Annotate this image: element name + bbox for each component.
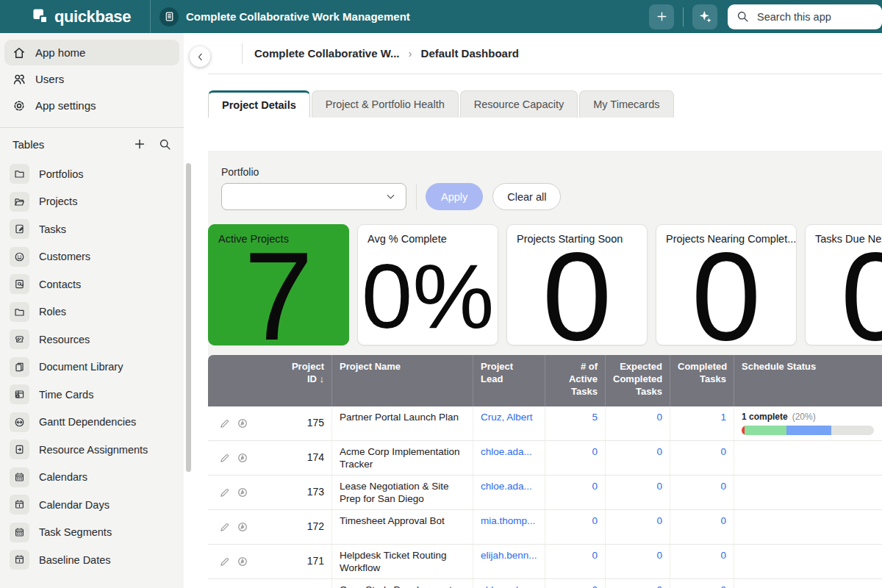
eye-icon[interactable] — [237, 521, 248, 533]
column-header-project-id[interactable]: Project ID ↓ — [208, 355, 331, 406]
breadcrumb-app[interactable]: Complete Collaborative W... — [254, 47, 400, 60]
sidebar-table-baseline-dates[interactable]: Baseline Dates — [4, 546, 179, 574]
project-lead-link[interactable]: mia.thomp... — [473, 510, 545, 544]
completed-tasks-count[interactable]: 0 — [670, 441, 734, 475]
column-header-schedule-status[interactable]: Schedule Status — [734, 355, 882, 406]
sidebar-table-task-segments[interactable]: Task Segments — [4, 519, 179, 547]
sidebar-table-label: Customers — [39, 251, 90, 262]
column-header-of-active-tasks[interactable]: # of Active Tasks — [545, 355, 605, 406]
top-bar: quickbase Complete Collaborative Work Ma… — [0, 0, 882, 33]
project-lead-link[interactable]: chloe.ada... — [473, 441, 545, 475]
eye-icon[interactable] — [237, 452, 248, 464]
apply-button[interactable]: Apply — [426, 183, 483, 210]
active-tasks-count[interactable]: 0 — [545, 545, 605, 578]
kpi-card-active-projects[interactable]: Active Projects7 — [208, 224, 349, 345]
sidebar: App homeUsersApp settings Tables Portfol… — [0, 33, 184, 588]
active-tasks-count[interactable]: 0 — [545, 476, 605, 509]
expected-completed-count[interactable]: 0 — [605, 579, 670, 588]
sidebar-table-projects[interactable]: Projects — [4, 188, 179, 216]
current-app[interactable]: Complete Collaborative Work Management — [159, 7, 410, 26]
kpi-value: 7 — [209, 240, 348, 345]
sidebar-collapse-button[interactable] — [190, 46, 210, 67]
sidebar-item-app-home[interactable]: App home — [4, 40, 179, 65]
add-button[interactable] — [649, 4, 674, 29]
kpi-card-projects-starting-soon[interactable]: Projects Starting Soon0 — [506, 224, 648, 345]
eye-icon[interactable] — [237, 487, 248, 498]
expected-completed-count[interactable]: 0 — [605, 545, 670, 578]
search-input[interactable] — [756, 10, 866, 24]
sidebar-table-roles[interactable]: Roles — [4, 298, 179, 326]
completed-tasks-count[interactable]: 1 — [670, 406, 734, 440]
sidebar-table-calendar-days[interactable]: Calendar Days — [4, 491, 179, 519]
project-lead-link[interactable]: Cruz, Albert — [473, 406, 545, 440]
sidebar-table-contacts[interactable]: Contacts — [4, 270, 179, 298]
search-icon — [736, 10, 749, 23]
sidebar-table-tasks[interactable]: Tasks — [4, 215, 179, 243]
breadcrumb-page[interactable]: Default Dashboard — [421, 47, 519, 60]
tab-resource-capacity[interactable]: Resource Capacity — [460, 90, 578, 118]
completed-tasks-count[interactable]: 0 — [670, 510, 734, 544]
column-header-completed-tasks[interactable]: Completed Tasks — [670, 355, 734, 406]
waffle-menu-icon[interactable] — [0, 0, 29, 33]
sidebar-table-customers[interactable]: Customers — [4, 243, 179, 271]
project-id: 174 — [307, 451, 324, 465]
sidebar-item-app-settings[interactable]: App settings — [4, 93, 179, 118]
sidebar-item-users[interactable]: Users — [4, 66, 179, 92]
app-search[interactable] — [728, 4, 882, 29]
sidebar-table-portfolios[interactable]: Portfolios — [4, 160, 179, 188]
project-lead-link[interactable]: elijah.benn... — [473, 545, 545, 578]
ai-sparkle-button[interactable] — [692, 4, 717, 29]
expected-completed-count[interactable]: 0 — [605, 510, 670, 544]
expected-completed-count[interactable]: 0 — [605, 441, 670, 475]
clear-all-button[interactable]: Clear all — [492, 183, 561, 210]
table-body: 175Partner Portal Launch PlanCruz, Alber… — [208, 406, 882, 588]
active-tasks-count[interactable]: 0 — [545, 510, 605, 544]
active-tasks-count[interactable]: 0 — [545, 441, 605, 475]
scrollbar-thumb[interactable] — [186, 163, 191, 472]
column-header-project-name[interactable]: Project Name — [331, 355, 473, 406]
kpi-value: 0 — [806, 240, 882, 345]
sidebar-table-resource-assignments[interactable]: Resource Assignments — [4, 436, 179, 464]
project-lead-link[interactable]: chloe.ada... — [473, 579, 545, 588]
edit-pencil-icon[interactable] — [219, 418, 230, 429]
table-header-row: Project ID ↓Project NameProject Lead# of… — [208, 355, 882, 406]
search-tables-icon[interactable] — [159, 138, 171, 151]
kpi-card-avg-complete[interactable]: Avg % Complete0% — [357, 224, 498, 345]
sidebar-table-label: Gantt Dependencies — [39, 416, 136, 428]
sidebar-table-resources[interactable]: Resources — [4, 326, 179, 354]
edit-pencil-icon[interactable] — [219, 522, 230, 533]
gear-icon — [12, 99, 26, 112]
completed-tasks-count[interactable]: 0 — [670, 579, 734, 588]
column-header-expected-completed-tasks[interactable]: Expected Completed Tasks — [605, 355, 670, 406]
completed-tasks-count[interactable]: 0 — [670, 476, 734, 509]
kpi-card-tasks-due-next[interactable]: Tasks Due Next0 — [805, 224, 882, 345]
edit-pencil-icon[interactable] — [219, 487, 230, 498]
project-name: Helpdesk Ticket Routing Workflow — [331, 545, 473, 578]
breadcrumb-divider — [242, 43, 243, 64]
eye-icon[interactable] — [237, 417, 248, 429]
kpi-card-projects-nearing-complet[interactable]: Projects Nearing Complet...0 — [656, 224, 797, 345]
active-tasks-count[interactable]: 0 — [545, 579, 605, 588]
eye-icon[interactable] — [237, 556, 248, 567]
sidebar-table-gantt-dependencies[interactable]: Gantt Dependencies — [4, 409, 179, 437]
sidebar-table-document-library[interactable]: Document Library — [4, 354, 179, 381]
expected-completed-count[interactable]: 0 — [605, 476, 670, 509]
portfolio-select[interactable] — [221, 183, 406, 210]
tab-project-portfolio-health[interactable]: Project & Portfolio Health — [312, 90, 459, 118]
quickbase-brand[interactable]: quickbase — [32, 7, 131, 26]
tab-project-details[interactable]: Project Details — [208, 90, 310, 118]
project-id: 175 — [307, 417, 324, 430]
sidebar-table-label: Projects — [39, 196, 77, 207]
edit-pencil-icon[interactable] — [219, 453, 230, 464]
tab-my-timecards[interactable]: My Timecards — [579, 90, 673, 118]
sidebar-table-time-cards[interactable]: Time Cards — [4, 381, 179, 409]
add-table-icon[interactable] — [133, 137, 146, 151]
expected-completed-count[interactable]: 0 — [605, 406, 670, 440]
project-lead-link[interactable]: chloe.ada... — [473, 476, 545, 509]
active-tasks-count[interactable]: 5 — [545, 406, 605, 440]
column-header-project-lead[interactable]: Project Lead — [473, 355, 545, 406]
sidebar-table-calendars[interactable]: Calendars — [4, 464, 179, 492]
completed-tasks-count[interactable]: 0 — [670, 545, 734, 578]
edit-pencil-icon[interactable] — [219, 556, 230, 567]
sidebar-table-label: Calendar Days — [39, 499, 110, 511]
